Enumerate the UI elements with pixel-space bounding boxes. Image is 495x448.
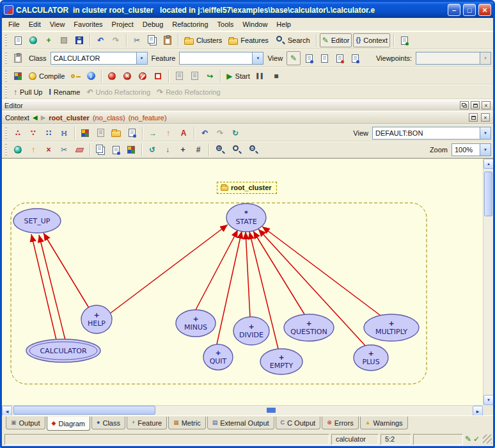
diagram-undo-button[interactable]: ↶: [198, 126, 212, 140]
toggle-labels-button[interactable]: [109, 143, 123, 157]
search-button[interactable]: Search: [272, 33, 313, 47]
zoom-out-button[interactable]: −: [246, 143, 261, 157]
pull-up-button[interactable]: ↑Pull Up: [11, 85, 45, 99]
class-node-question[interactable]: +QUESTION: [284, 314, 334, 341]
add-button[interactable]: +: [42, 33, 56, 47]
tab-feature[interactable]: +Feature: [127, 417, 167, 429]
open-diagram-button[interactable]: [109, 126, 123, 140]
vertical-scroll-track[interactable]: [483, 169, 493, 395]
viewpoints-combo-dropdown[interactable]: ▼: [480, 52, 491, 64]
maximize-button[interactable]: □: [463, 4, 476, 16]
erase-button[interactable]: [72, 143, 86, 157]
toggle-legend-button[interactable]: [124, 143, 138, 157]
contract-view-button[interactable]: [333, 51, 347, 65]
inherit-edge-multiply-to-state[interactable]: [262, 227, 381, 316]
history-forward-icon[interactable]: ▶: [41, 114, 46, 121]
pause-button[interactable]: ▌▌: [254, 69, 268, 83]
toolbar-grip[interactable]: [5, 86, 7, 98]
interrupt-button[interactable]: [57, 33, 71, 47]
vertical-scrollbar[interactable]: ▲ ▼: [483, 159, 493, 405]
snap-grid-button[interactable]: #: [191, 143, 205, 157]
viewpoints-combo[interactable]: ▼: [416, 52, 491, 65]
diagram-canvas[interactable]: SET_UP*STATE+HELPCALCULATOR+MINUS+QUIT+D…: [2, 159, 483, 405]
class-node-quit[interactable]: +QUIT: [203, 344, 233, 370]
undo-button[interactable]: ↶: [93, 33, 107, 47]
vertical-scroll-thumb[interactable]: [484, 172, 492, 216]
menu-edit[interactable]: Edit: [24, 19, 45, 30]
class-tool-button[interactable]: ∴: [11, 126, 25, 140]
cluster-tag[interactable]: root_cluster: [217, 182, 277, 194]
toolbar-grip[interactable]: [5, 52, 7, 64]
tab-external-output[interactable]: ▤External Output: [207, 417, 274, 429]
class-node-divide[interactable]: +DIVIDE: [233, 317, 269, 345]
menu-view[interactable]: View: [45, 19, 70, 30]
inherit-edge-divide-to-state[interactable]: [246, 232, 250, 317]
refresh-button[interactable]: ↻: [228, 126, 242, 140]
new-window-button[interactable]: [11, 33, 25, 47]
maximize-pane-button[interactable]: [471, 101, 480, 109]
toolbar-grip[interactable]: [5, 144, 7, 156]
class-node-set_up[interactable]: SET_UP: [13, 209, 61, 233]
stop-debug-button[interactable]: ■: [269, 69, 283, 83]
tab-output[interactable]: ▣Output: [6, 417, 45, 429]
debug-exceptions-button[interactable]: [120, 69, 134, 83]
force-layout-button[interactable]: ↑: [161, 126, 175, 140]
inherit-edge-calculator-to-set_up[interactable]: [31, 234, 56, 340]
title-bar[interactable]: CALCULATOR in cluster root_cluster locat…: [2, 2, 493, 18]
inherit-edge-help-to-set_up[interactable]: [43, 233, 89, 308]
maximize-pane-button[interactable]: [469, 113, 478, 122]
select-tool-button[interactable]: [11, 143, 25, 157]
new-tab-button[interactable]: [397, 33, 411, 47]
tab-warnings[interactable]: ▲Warnings: [360, 417, 408, 429]
clusters-button[interactable]: Clusters: [182, 33, 224, 47]
menu-favorites[interactable]: Favorites: [69, 19, 107, 30]
diagram-view-combo[interactable]: DEFAULT:BON ▼: [372, 127, 491, 140]
horizontal-scroll-track[interactable]: [12, 406, 473, 415]
external-editor-button[interactable]: [11, 51, 25, 65]
inherit-edge-help-to-state[interactable]: [111, 225, 228, 313]
menu-debug[interactable]: Debug: [138, 19, 168, 30]
tab-c-output[interactable]: CC Output: [276, 417, 321, 429]
zoom-fit-button[interactable]: [229, 143, 244, 157]
menu-project[interactable]: Project: [107, 19, 138, 30]
horizontal-scroll-thumb[interactable]: [13, 406, 155, 415]
tab-diagram[interactable]: ◆Diagram: [47, 417, 91, 431]
compile-button[interactable]: Compile: [26, 69, 67, 83]
menu-window[interactable]: Window: [238, 19, 272, 30]
ignore-breakpoints-button[interactable]: [136, 69, 150, 83]
menu-help[interactable]: Help: [272, 19, 295, 30]
go-button[interactable]: →: [146, 126, 160, 140]
close-pane-button[interactable]: ×: [481, 113, 490, 122]
crop-button[interactable]: ✂: [57, 143, 71, 157]
view-editor-button[interactable]: ✎: [287, 51, 301, 65]
scroll-down-button[interactable]: ▼: [483, 395, 494, 405]
cluster-tool-button[interactable]: ∵: [26, 126, 40, 140]
diagram-redo-button[interactable]: ↷: [213, 126, 227, 140]
zoom-in-button[interactable]: +: [212, 143, 228, 157]
toolbar-grip[interactable]: [5, 70, 7, 82]
class-node-calculator[interactable]: CALCULATOR: [26, 339, 100, 362]
inherit-edge-minus-to-state[interactable]: [196, 230, 238, 310]
context-cluster-link[interactable]: root_cluster: [49, 114, 90, 122]
toolbar-grip[interactable]: [5, 127, 7, 139]
anchor-button[interactable]: ↑: [26, 143, 40, 157]
zoom-dropdown[interactable]: ▼: [480, 144, 491, 156]
tab-metric[interactable]: ▦Metric: [168, 417, 205, 429]
cut-button[interactable]: ✂: [130, 33, 144, 47]
horizontal-scrollbar[interactable]: ◀ ▶: [2, 405, 483, 415]
save-button[interactable]: [72, 33, 86, 47]
minimize-button[interactable]: –: [448, 4, 460, 16]
debug-objects-tool-button[interactable]: [187, 69, 201, 83]
diagram-view-dropdown[interactable]: ▼: [480, 127, 491, 139]
edit-breakpoints-button[interactable]: [151, 69, 165, 83]
class-node-minus[interactable]: +MINUS: [176, 310, 216, 337]
paste-button[interactable]: [161, 33, 175, 47]
close-button[interactable]: ×: [478, 4, 491, 16]
menu-file[interactable]: File: [4, 19, 24, 30]
undock-pane-button[interactable]: [460, 101, 469, 109]
menu-refactoring[interactable]: Refactoring: [168, 19, 212, 30]
sort-button[interactable]: ↓: [161, 143, 175, 157]
client-link-button[interactable]: ∺: [57, 126, 71, 140]
delete-button[interactable]: ×: [42, 143, 56, 157]
call-stack-button[interactable]: [172, 69, 186, 83]
